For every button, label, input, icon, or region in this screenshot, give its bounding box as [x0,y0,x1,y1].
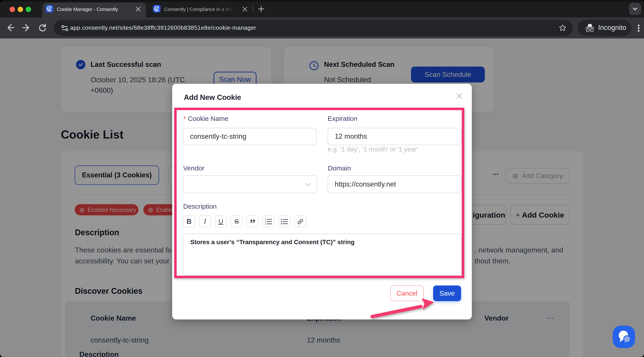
svg-text:3: 3 [265,223,266,225]
